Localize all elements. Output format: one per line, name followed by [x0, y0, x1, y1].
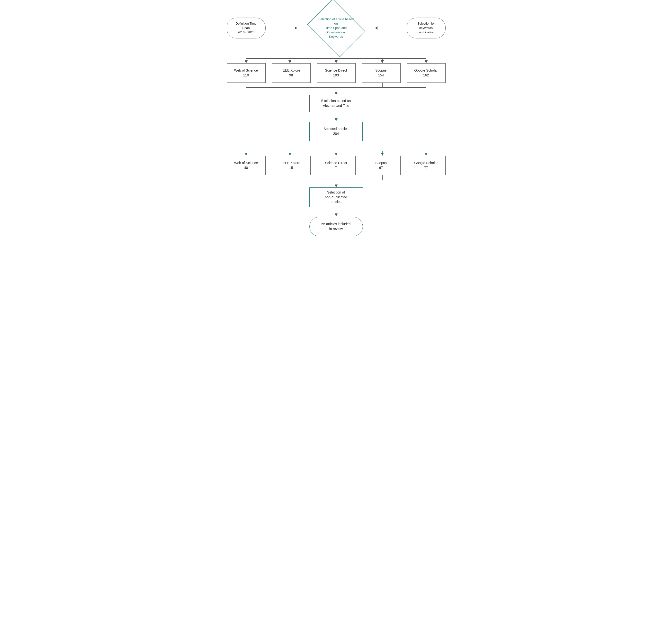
svg-marker-8 [288, 61, 291, 63]
svg-marker-31 [334, 153, 338, 156]
svg-marker-11 [425, 61, 428, 63]
svg-marker-21 [334, 118, 338, 121]
svg-marker-10 [381, 61, 384, 63]
diamond-label: Selection of article based onTime Span a… [317, 17, 356, 39]
scopus-box-2: Scopus 67 [362, 156, 401, 175]
svg-marker-7 [245, 61, 248, 63]
svg-marker-33 [425, 153, 428, 156]
web-of-science-box-1: Web of Science 110 [227, 63, 266, 83]
fan-connectors-bottom [227, 141, 445, 156]
definition-timespan-pill: Definition Time Span2010 - 2020 [227, 18, 266, 38]
arrow-to-final [334, 207, 339, 217]
svg-marker-29 [245, 153, 248, 156]
flowchart: Definition Time Span2010 - 2020 Selectio… [227, 7, 445, 236]
google-scholar-box-1: Google Scholar 162 [407, 63, 445, 83]
svg-marker-19 [334, 92, 338, 95]
google-scholar-box-2: Google Scholar 77 [407, 156, 445, 175]
converge-connectors-bottom [227, 175, 445, 187]
ieee-xplore-box-1: IEEE Xplore 98 [272, 63, 310, 83]
scopus-box-1: Scopus 154 [362, 63, 401, 83]
svg-marker-43 [334, 213, 338, 216]
arrow-to-selected [334, 112, 339, 122]
keywords-pill: Selection by keywordscombination [407, 18, 445, 38]
science-direct-box-2: Science Direct 7 [317, 156, 356, 175]
diamond-selection: Selection of article based onTime Span a… [309, 8, 363, 47]
web-of-science-box-2: Web of Science 40 [227, 156, 266, 175]
final-pill: 66 articles includedin review [309, 217, 363, 236]
selected-articles-box: Selected articles 204 [309, 122, 363, 141]
source-row-2: Web of Science 40 IEEE Xplore 15 Science… [227, 156, 445, 175]
non-dup-box: Selection ofnon-duplicatedarticles [309, 187, 363, 207]
ieee-xplore-box-2: IEEE Xplore 15 [272, 156, 310, 175]
svg-marker-30 [288, 153, 291, 156]
converge-connectors-top [227, 83, 445, 95]
svg-marker-32 [381, 153, 384, 156]
exclusion-box: Exclusion based onAbstract and Title [309, 95, 363, 112]
svg-marker-9 [334, 61, 338, 63]
fan-connectors-top [227, 49, 445, 63]
science-direct-box-1: Science Direct 103 [317, 63, 356, 83]
svg-marker-41 [334, 185, 338, 187]
source-row-1: Web of Science 110 IEEE Xplore 98 Scienc… [227, 63, 445, 83]
